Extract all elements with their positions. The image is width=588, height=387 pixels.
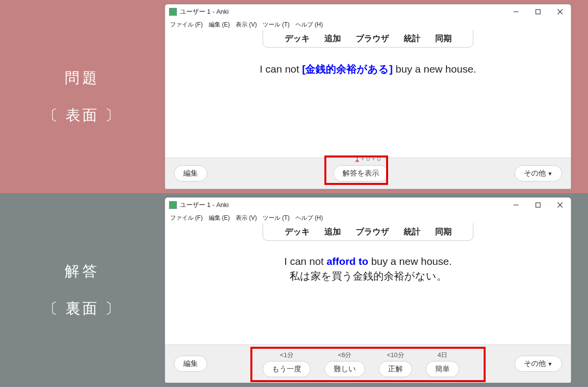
- side-label-title: 問題: [65, 68, 100, 88]
- main-toolbar: デッキ 追加 ブラウザ 統計 同期: [263, 30, 473, 48]
- toolbar-sync[interactable]: 同期: [435, 226, 452, 237]
- back-pre: I can not: [284, 256, 326, 267]
- svg-rect-1: [536, 10, 540, 14]
- side-label-sub: 〔 表面 〕: [43, 105, 122, 126]
- menu-tools[interactable]: ツール (T): [262, 21, 291, 29]
- bottombar-back: 編集 <1分 もう一度 <6分 難しい <10分 正解 4日 簡単: [165, 344, 571, 383]
- maximize-button[interactable]: [527, 4, 549, 19]
- minimize-button[interactable]: [505, 198, 527, 212]
- toolbar-browser[interactable]: ブラウザ: [356, 226, 389, 237]
- menu-file[interactable]: ファイル (F): [169, 21, 204, 29]
- window-title: ユーザー 1 - Anki: [180, 7, 505, 16]
- menu-help[interactable]: ヘルプ (H): [294, 21, 324, 29]
- side-label-sub-back: 〔 裏面 〕: [43, 299, 122, 319]
- menu-view[interactable]: 表示 (V): [235, 214, 258, 222]
- toolbar-add[interactable]: 追加: [324, 226, 341, 237]
- bottombar-front: 1 + 0 + 0 編集 解答を表示 その他: [165, 157, 571, 189]
- toolbar-deck[interactable]: デッキ: [285, 33, 310, 44]
- window-title-back: ユーザー 1 - Anki: [180, 201, 505, 209]
- main-toolbar-back: デッキ 追加 ブラウザ 統計 同期: [263, 223, 473, 241]
- menu-view[interactable]: 表示 (V): [235, 21, 258, 29]
- card-front-content: I can not [金銭的余裕がある] buy a new house.: [165, 48, 571, 157]
- back-answer: afford to: [326, 256, 368, 267]
- maximize-button[interactable]: [527, 198, 549, 212]
- menubar: ファイル (F) 編集 (E) 表示 (V) ツール (T) ヘルプ (H): [165, 19, 571, 30]
- menu-help[interactable]: ヘルプ (H): [294, 214, 324, 222]
- anki-window-back: ユーザー 1 - Anki ファイル (F) 編集 (E) 表示 (V) ツール…: [165, 197, 571, 383]
- anki-window-front: ユーザー 1 - Anki ファイル (F) 編集 (E) 表示 (V) ツール…: [165, 4, 571, 189]
- menubar-back: ファイル (F) 編集 (E) 表示 (V) ツール (T) ヘルプ (H): [165, 212, 571, 223]
- toolbar-deck[interactable]: デッキ: [285, 226, 310, 237]
- window-controls: [505, 4, 571, 19]
- menu-file[interactable]: ファイル (F): [169, 214, 204, 222]
- edit-button[interactable]: 編集: [174, 165, 207, 181]
- close-button[interactable]: [549, 4, 571, 19]
- card-front-sentence: I can not [金銭的余裕がある] buy a new house.: [260, 62, 476, 76]
- titlebar-back: ユーザー 1 - Anki: [165, 198, 571, 212]
- card-back-content: I can not afford to buy a new house. 私は家…: [165, 241, 571, 344]
- highlight-box-answers: [250, 347, 486, 382]
- card-back-translation: 私は家を買う金銭的余裕がない。: [290, 269, 447, 283]
- front-post: buy a new house.: [392, 63, 476, 75]
- minimize-button[interactable]: [505, 4, 527, 19]
- window-controls-back: [505, 198, 571, 212]
- titlebar: ユーザー 1 - Anki: [165, 4, 571, 19]
- answer-options: <1分 もう一度 <6分 難しい <10分 正解 4日 簡単: [263, 351, 459, 377]
- front-cloze: [金銭的余裕がある]: [302, 63, 392, 75]
- back-post: buy a new house.: [368, 256, 452, 267]
- card-back-sentence: I can not afford to buy a new house.: [284, 256, 452, 267]
- toolbar-sync[interactable]: 同期: [435, 33, 452, 44]
- toolbar-stats[interactable]: 統計: [404, 33, 420, 44]
- app-icon: [169, 8, 177, 16]
- side-label-title-back: 解答: [65, 261, 100, 282]
- other-button[interactable]: その他: [514, 165, 562, 181]
- app-icon: [169, 201, 177, 209]
- toolbar-stats[interactable]: 統計: [404, 226, 420, 237]
- other-button[interactable]: その他: [514, 356, 562, 372]
- menu-edit[interactable]: 編集 (E): [208, 214, 231, 222]
- side-label-back: 解答 〔 裏面 〕: [0, 193, 165, 387]
- toolbar-browser[interactable]: ブラウザ: [356, 33, 389, 44]
- front-pre: I can not: [260, 63, 302, 75]
- close-button[interactable]: [549, 198, 571, 212]
- toolbar-add[interactable]: 追加: [324, 33, 341, 44]
- svg-rect-5: [536, 203, 540, 207]
- highlight-box-show-answer: [324, 155, 388, 185]
- side-label-front: 問題 〔 表面 〕: [0, 0, 165, 193]
- menu-edit[interactable]: 編集 (E): [208, 21, 231, 29]
- edit-button[interactable]: 編集: [174, 356, 207, 372]
- menu-tools[interactable]: ツール (T): [262, 214, 291, 222]
